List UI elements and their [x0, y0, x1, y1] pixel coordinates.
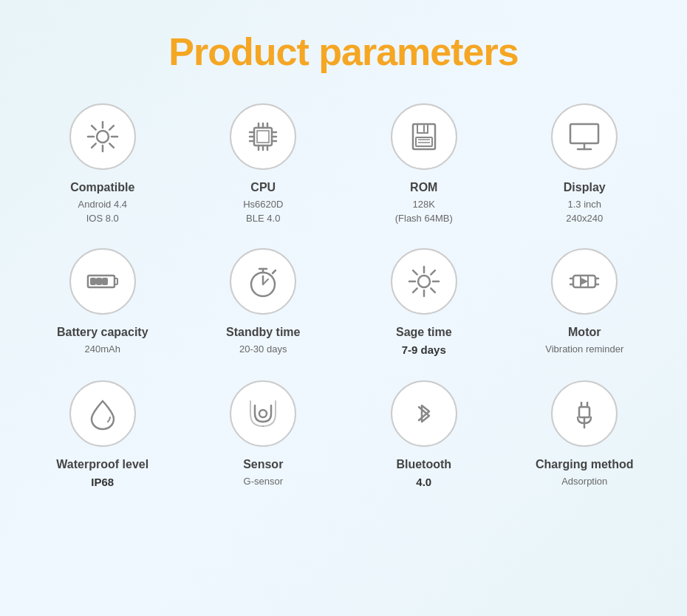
- standby-title: Standby time: [226, 325, 300, 340]
- floppy-icon: [406, 118, 442, 155]
- svg-rect-45: [579, 407, 589, 417]
- item-standby: Standby time 20-30 days: [187, 248, 341, 358]
- svg-rect-16: [417, 124, 428, 133]
- item-sensor: Sensor G-sensor: [187, 380, 341, 490]
- item-sage: Sage time 7-9 days: [347, 248, 501, 358]
- cpu-title: CPU: [250, 180, 276, 196]
- cpu-icon-circle: [230, 103, 296, 170]
- item-charging: Charging method Adsorption: [508, 380, 662, 490]
- sensor-icon-circle: [230, 380, 296, 447]
- svg-rect-2: [257, 131, 269, 143]
- battery-icon: [84, 263, 121, 300]
- svg-point-0: [97, 131, 109, 143]
- motor-title: Motor: [568, 325, 601, 340]
- display-icon-circle: [551, 103, 618, 170]
- page-title: Product parameters: [168, 30, 518, 74]
- svg-rect-27: [97, 278, 101, 284]
- waterproof-title: Waterproof level: [56, 457, 148, 473]
- standby-icon-circle: [230, 248, 296, 315]
- item-motor: Motor Vibration reminder: [508, 248, 662, 358]
- battery-icon-circle: [69, 248, 136, 315]
- settings-icon: [406, 263, 442, 300]
- sage-title: Sage time: [396, 325, 452, 340]
- svg-rect-28: [103, 278, 107, 284]
- rom-sub: 128K(Flash 64MB): [395, 197, 453, 226]
- monitor-icon: [566, 118, 603, 155]
- bluetooth-sub: 4.0: [416, 474, 431, 491]
- item-bluetooth: Bluetooth 4.0: [347, 380, 501, 490]
- waterproof-icon-circle: [69, 380, 136, 447]
- battery-sub: 240mAh: [85, 342, 120, 357]
- sensor-sub: G-sensor: [244, 474, 283, 489]
- motor-icon: [566, 263, 603, 300]
- item-waterproof: Waterproof level IP68: [26, 380, 180, 490]
- svg-point-35: [418, 276, 430, 287]
- sensor-title: Sensor: [243, 457, 283, 473]
- item-battery: Battery capacity 240mAh: [26, 248, 180, 358]
- svg-rect-17: [416, 137, 432, 146]
- compatible-icon-circle: [69, 103, 136, 170]
- waterproof-sub: IP68: [91, 474, 114, 491]
- charging-icon-circle: [551, 380, 618, 447]
- compatible-title: Compatible: [70, 180, 134, 196]
- display-sub: 1.3 inch240x240: [566, 197, 603, 226]
- rom-title: ROM: [410, 180, 437, 196]
- sage-icon-circle: [391, 248, 457, 315]
- standby-sub: 20-30 days: [239, 342, 287, 357]
- bluetooth-icon: [406, 395, 442, 432]
- cpu-sub: Hs6620DBLE 4.0: [243, 197, 283, 226]
- plug-icon: [566, 395, 603, 432]
- item-cpu: CPU Hs6620DBLE 4.0: [187, 103, 341, 226]
- chip-icon: [245, 118, 281, 155]
- charging-title: Charging method: [536, 457, 633, 473]
- battery-title: Battery capacity: [57, 325, 148, 340]
- display-title: Display: [564, 180, 606, 196]
- svg-rect-21: [570, 124, 598, 143]
- product-grid: Compatible Android 4.4IOS 8.0 CP: [26, 103, 661, 490]
- item-rom: ROM 128K(Flash 64MB): [347, 103, 501, 226]
- motor-icon-circle: [551, 248, 618, 315]
- rom-icon-circle: [391, 103, 457, 170]
- svg-line-34: [273, 270, 276, 273]
- drop-icon: [84, 395, 121, 432]
- sensor-icon: [245, 395, 281, 432]
- motor-sub: Vibration reminder: [545, 342, 623, 357]
- item-display: Display 1.3 inch240x240: [508, 103, 662, 226]
- bluetooth-icon-circle: [391, 380, 457, 447]
- charging-sub: Adsorption: [561, 474, 607, 489]
- svg-rect-25: [115, 278, 117, 284]
- compatible-sub: Android 4.4IOS 8.0: [78, 197, 128, 226]
- svg-rect-26: [91, 278, 95, 284]
- sage-sub: 7-9 days: [402, 342, 446, 359]
- item-compatible: Compatible Android 4.4IOS 8.0: [26, 103, 180, 226]
- gear-icon: [84, 118, 121, 155]
- svg-point-43: [259, 410, 267, 417]
- stopwatch-icon: [245, 263, 281, 300]
- bluetooth-title: Bluetooth: [396, 457, 451, 473]
